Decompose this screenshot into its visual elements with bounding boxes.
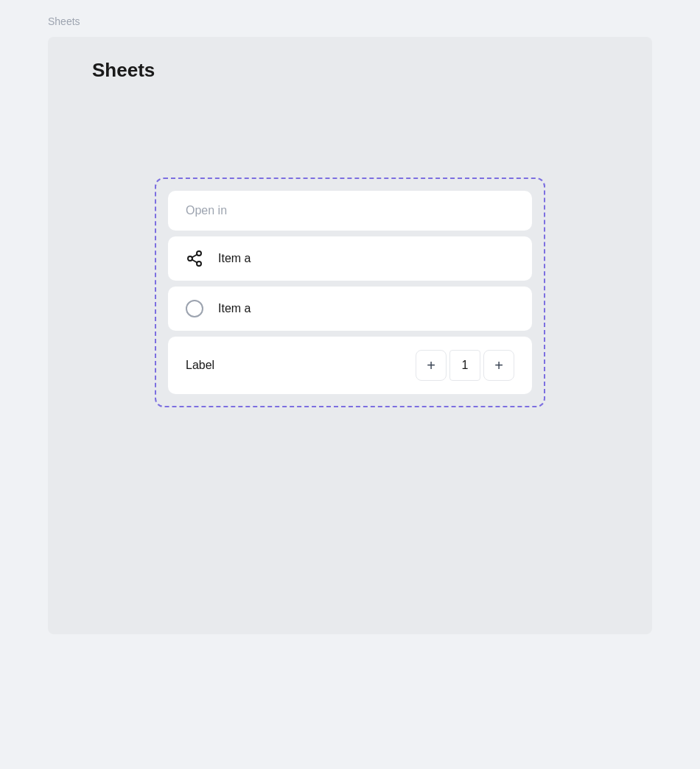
item-a-radio-card[interactable]: Item a <box>168 287 532 331</box>
radio-circle-icon <box>186 300 203 317</box>
stepper-label: Label <box>186 359 214 372</box>
svg-line-4 <box>192 255 197 258</box>
page-title: Sheets <box>92 59 608 82</box>
stepper-value: 1 <box>449 350 480 381</box>
stepper-decrement-button[interactable]: + <box>416 350 447 381</box>
item-a-share-card[interactable]: Item a <box>168 236 532 281</box>
stepper-card: Label + 1 + <box>168 337 532 394</box>
open-in-card[interactable]: Open in <box>168 191 532 231</box>
item-a-share-label: Item a <box>218 252 251 265</box>
item-a-radio-label: Item a <box>218 302 251 315</box>
stepper-increment-button[interactable]: + <box>483 350 514 381</box>
stepper-controls: + 1 + <box>416 350 514 381</box>
open-in-label: Open in <box>186 204 227 217</box>
breadcrumb: Sheets <box>48 15 80 27</box>
panel-container: Open in Item a Item a Label + 1 + <box>155 178 545 407</box>
share-icon <box>186 250 203 267</box>
svg-line-3 <box>192 260 197 263</box>
